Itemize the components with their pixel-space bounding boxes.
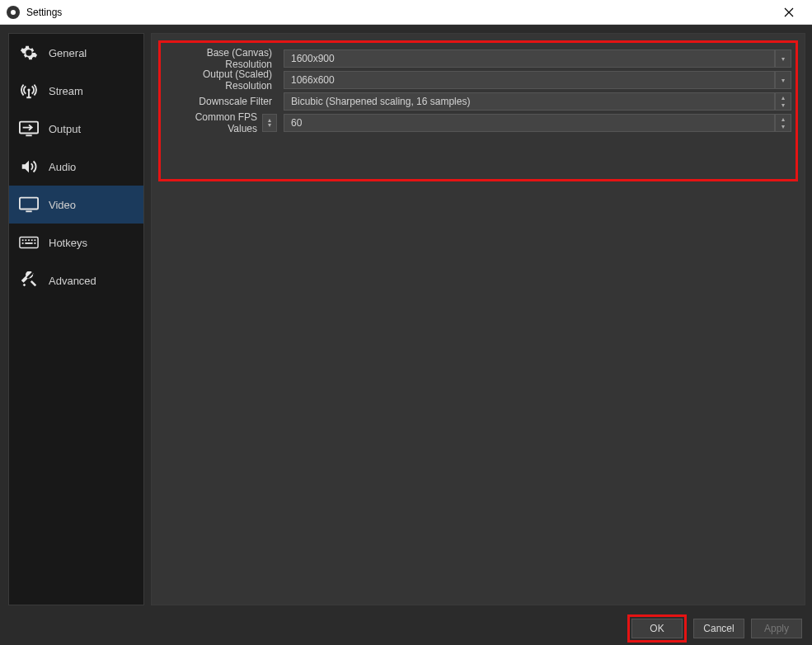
base-resolution-input[interactable]: 1600x900	[284, 49, 775, 68]
window-title: Settings	[26, 7, 772, 18]
settings-highlight-box: Base (Canvas) Resolution 1600x900 ▾ Outp…	[158, 40, 798, 181]
sidebar-item-label: Stream	[49, 85, 83, 97]
fps-type-spinner[interactable]: ▴▾	[262, 114, 277, 132]
downscale-filter-select[interactable]: Bicubic (Sharpened scaling, 16 samples)	[284, 92, 775, 111]
chevron-down-icon: ▾	[781, 77, 785, 84]
output-resolution-dropdown[interactable]: ▾	[775, 71, 791, 89]
sidebar-item-video[interactable]: Video	[9, 186, 143, 224]
base-resolution-label: Base (Canvas) Resolution	[165, 47, 277, 70]
ok-highlight: OK	[627, 614, 687, 643]
content-area: General Stream Output Audio Video	[0, 25, 812, 612]
apply-button[interactable]: Apply	[751, 619, 802, 638]
cancel-button[interactable]: Cancel	[693, 619, 744, 638]
tools-icon	[17, 271, 40, 290]
ok-button[interactable]: OK	[631, 619, 683, 638]
svg-rect-2	[20, 198, 38, 210]
sidebar: General Stream Output Audio Video	[8, 33, 144, 605]
downscale-filter-label: Downscale Filter	[165, 96, 277, 107]
footer-buttons: OK Cancel Apply	[0, 612, 812, 645]
app-icon	[7, 6, 20, 19]
sidebar-item-label: Output	[49, 123, 81, 135]
close-button[interactable]	[772, 0, 805, 25]
main-panel: Base (Canvas) Resolution 1600x900 ▾ Outp…	[151, 33, 805, 605]
fps-type-label: Common FPS Values	[165, 111, 262, 134]
svg-rect-9	[22, 242, 24, 244]
downscale-filter-spinner[interactable]: ▴▾	[775, 92, 791, 111]
updown-icon: ▴▾	[781, 115, 785, 130]
updown-icon: ▴▾	[781, 94, 785, 109]
output-icon	[17, 120, 40, 138]
sidebar-item-label: Hotkeys	[49, 237, 87, 249]
svg-rect-11	[34, 242, 35, 244]
fps-value-spinner[interactable]: ▴▾	[775, 114, 791, 132]
sidebar-item-label: Audio	[49, 161, 76, 173]
svg-rect-10	[25, 242, 32, 244]
fps-value-select[interactable]: 60	[284, 114, 775, 132]
sidebar-item-label: Video	[49, 199, 76, 211]
svg-rect-5	[25, 239, 26, 241]
sidebar-item-label: Advanced	[49, 275, 96, 287]
output-resolution-input[interactable]: 1066x600	[284, 71, 775, 89]
titlebar: Settings	[0, 0, 812, 25]
updown-icon: ▴▾	[268, 118, 271, 128]
sidebar-item-hotkeys[interactable]: Hotkeys	[9, 224, 143, 261]
sidebar-item-label: General	[49, 47, 87, 59]
svg-rect-7	[31, 239, 33, 241]
gear-icon	[17, 44, 40, 62]
keyboard-icon	[17, 233, 40, 252]
sidebar-item-output[interactable]: Output	[9, 110, 143, 148]
sidebar-item-stream[interactable]: Stream	[9, 72, 143, 110]
svg-rect-6	[28, 239, 30, 241]
sidebar-item-general[interactable]: General	[9, 34, 143, 72]
chevron-down-icon: ▾	[781, 55, 785, 63]
output-resolution-label: Output (Scaled) Resolution	[165, 68, 277, 92]
svg-rect-8	[34, 239, 35, 241]
svg-rect-4	[22, 239, 24, 241]
sidebar-item-advanced[interactable]: Advanced	[9, 261, 143, 299]
monitor-icon	[17, 195, 40, 214]
speaker-icon	[17, 158, 40, 176]
close-icon	[784, 7, 794, 17]
antenna-icon	[17, 82, 40, 100]
sidebar-item-audio[interactable]: Audio	[9, 148, 143, 186]
base-resolution-dropdown[interactable]: ▾	[775, 49, 791, 68]
